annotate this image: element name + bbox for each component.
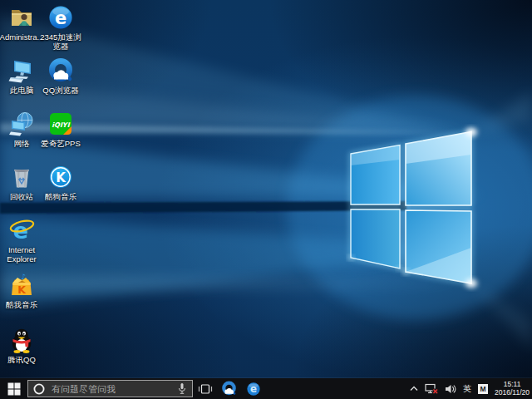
speaker-icon (445, 384, 456, 394)
svg-text:K: K (17, 283, 27, 296)
desktop-icon-kuwo-music[interactable]: K ♪ 酷我音乐 (0, 272, 46, 309)
ime-badge[interactable]: M (478, 384, 488, 394)
desktop-icon-iqiyi-pps[interactable]: iQIYI 爱奇艺PPS (37, 111, 85, 148)
icon-label: Internet (8, 245, 35, 254)
task-view-icon (198, 383, 213, 395)
taskbar-clock[interactable]: 15:11 2016/11/20 (495, 381, 530, 397)
desktop-icon-kugou-music[interactable]: K 酷狗音乐 (37, 164, 85, 201)
qq-browser-taskbar-icon (221, 381, 237, 397)
desktop-icon-2345-browser[interactable]: e 2345加速浏 览器 (37, 4, 85, 51)
icon-label: 酷狗音乐 (45, 192, 76, 201)
desktop-icon-tencent-qq[interactable]: 腾讯QQ (0, 327, 46, 364)
network-disconnected-icon (425, 383, 438, 394)
icon-label: 2345加速浏 (40, 32, 81, 42)
icon-label: 回收站 (10, 192, 34, 201)
volume-button[interactable] (445, 384, 456, 394)
svg-text:e: e (249, 383, 256, 395)
microphone-icon[interactable] (177, 382, 187, 395)
language-indicator[interactable]: 英 (463, 383, 471, 395)
icon-label: 腾讯QQ (7, 355, 36, 364)
icon-label: 网络 (14, 139, 30, 148)
icon-label: 酷我音乐 (6, 300, 37, 309)
this-pc-icon (8, 57, 35, 84)
chevron-up-icon (410, 386, 418, 392)
taskbar-search[interactable] (27, 380, 193, 397)
internet-explorer-icon: e (8, 217, 35, 244)
icon-label-line2: Explorer (7, 254, 36, 264)
icon-label-line2: 览器 (53, 42, 69, 51)
svg-text:♪: ♪ (21, 273, 26, 281)
cortana-icon (33, 383, 45, 395)
desktop-icon-qq-browser[interactable]: QQ浏览器 (37, 57, 85, 95)
svg-text:e: e (55, 8, 66, 28)
kuwo-music-icon: K ♪ (8, 272, 35, 298)
svg-text:iQIYI: iQIYI (52, 121, 70, 129)
network-status-button[interactable] (425, 383, 438, 394)
qq-browser-icon (47, 57, 74, 84)
iqiyi-pps-icon: iQIYI (47, 111, 74, 137)
browser-2345-taskbar-icon: e (246, 382, 261, 397)
taskbar-2345-browser-button[interactable]: e (241, 378, 265, 399)
task-view-button[interactable] (193, 378, 217, 399)
kugou-music-icon: K (47, 164, 74, 190)
svg-text:K: K (56, 170, 66, 185)
icon-label: 爱奇艺PPS (41, 139, 81, 148)
desktop-icon-internet-explorer[interactable]: e Internet Explorer (0, 217, 46, 264)
browser-2345-icon: e (47, 4, 74, 31)
taskbar-qq-browser-button[interactable] (217, 378, 241, 399)
taskbar: e (0, 378, 532, 399)
network-icon (8, 111, 35, 137)
clock-date: 2016/11/20 (495, 389, 530, 397)
system-tray: 英 M 15:11 2016/11/20 (410, 381, 532, 397)
windows-logo-icon (7, 382, 21, 396)
search-input[interactable] (50, 383, 172, 395)
icon-label: QQ浏览器 (42, 86, 78, 95)
recycle-bin-icon (8, 164, 35, 190)
windows-desktop: Administra... 此电脑 网络 (0, 0, 532, 399)
tencent-qq-icon (8, 327, 35, 353)
show-hidden-icons-button[interactable] (410, 386, 418, 392)
icon-label: 此电脑 (10, 86, 34, 95)
user-folder-icon (8, 4, 35, 31)
start-button[interactable] (0, 378, 27, 399)
